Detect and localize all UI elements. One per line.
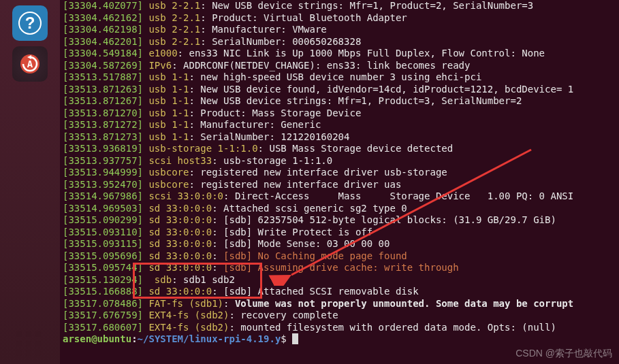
log-line: [33515.095696] sd 33:0:0:0: [sdb] No Cac… bbox=[63, 250, 616, 263]
update-icon: A bbox=[18, 52, 42, 76]
apps-grid-button[interactable] bbox=[16, 331, 41, 356]
svg-text:A: A bbox=[27, 59, 33, 69]
log-line: [33515.095744] sd 33:0:0:0: [sdb] Assumi… bbox=[63, 262, 616, 274]
log-line: [33513.871273] usb 1-1: SerialNumber: 12… bbox=[63, 131, 616, 144]
log-line: [33515.130294] sdb: sdb1 sdb2 bbox=[63, 274, 616, 286]
log-line: [33513.944999] usbcore: registered new i… bbox=[63, 167, 616, 179]
log-line: [33513.871267] usb 1-1: New USB device s… bbox=[63, 95, 616, 107]
log-line: [33304.549184] e1000: ens33 NIC Link is … bbox=[63, 48, 616, 60]
log-line: [33304.587269] IPv6: ADDRCONF(NETDEV_CHA… bbox=[63, 60, 616, 72]
log-line: [33304.40Z077] usb 2-2.1: New USB device… bbox=[63, 0, 616, 12]
log-line: [33515.090299] sd 33:0:0:0: [sdb] 623575… bbox=[63, 214, 616, 227]
log-line: [33517.680607] EXT4-fs (sdb2): mounted f… bbox=[63, 322, 616, 334]
launcher-bar: ? >_ A bbox=[0, 0, 60, 364]
log-line: [33514.967986] scsi 33:0:0:0: Direct-Acc… bbox=[63, 191, 616, 203]
launcher-help-icon[interactable]: ? bbox=[12, 5, 48, 41]
log-line: [33304.462162] usb 2-2.1: Product: Virtu… bbox=[63, 12, 616, 24]
cursor bbox=[292, 333, 298, 344]
log-line: [33513.871270] usb 1-1: Product: Mass St… bbox=[63, 107, 616, 120]
log-line: [33513.871263] usb 1-1: New USB device f… bbox=[63, 84, 616, 96]
question-icon: ? bbox=[18, 11, 42, 35]
log-line: [33517.676759] EXT4-fs (sdb2): recovery … bbox=[63, 310, 616, 322]
log-line: [33513.871272] usb 1-1: Manufacturer: Ge… bbox=[63, 119, 616, 131]
watermark-text: CSDN @索子也敲代码 bbox=[515, 348, 612, 360]
log-line: [33517.078486] FAT-fs (sdb1): Volume was… bbox=[63, 298, 616, 310]
log-line: [33304.462198] usb 2-2.1: Manufacturer: … bbox=[63, 24, 616, 36]
launcher-update-icon[interactable]: A bbox=[12, 46, 48, 82]
log-line: [33513.517887] usb 1-1: new high-speed U… bbox=[63, 71, 616, 84]
log-line: [33515.166888] sd 33:0:0:0: [sdb] Attach… bbox=[63, 286, 616, 298]
terminal-output[interactable]: [33304.40Z077] usb 2-2.1: New USB device… bbox=[60, 0, 619, 364]
log-line: [33513.937757] scsi host33: usb-storage … bbox=[63, 155, 616, 167]
log-line: [33513.936819] usb-storage 1-1:1.0: USB … bbox=[63, 143, 616, 155]
prompt-line[interactable]: arsen@ubuntu:~/SYSTEM/linux-rpi-4.19.y$ bbox=[63, 333, 616, 346]
log-line: [33513.952470] usbcore: registered new i… bbox=[63, 179, 616, 191]
svg-text:?: ? bbox=[25, 14, 35, 32]
log-line: [33304.462201] usb 2-2.1: SerialNumber: … bbox=[63, 36, 616, 48]
log-line: [33515.093115] sd 33:0:0:0: [sdb] Mode S… bbox=[63, 238, 616, 250]
log-line: [33515.093110] sd 33:0:0:0: [sdb] Write … bbox=[63, 227, 616, 239]
log-line: [33514.969503] sd 33:0:0:0: Attached scs… bbox=[63, 203, 616, 215]
